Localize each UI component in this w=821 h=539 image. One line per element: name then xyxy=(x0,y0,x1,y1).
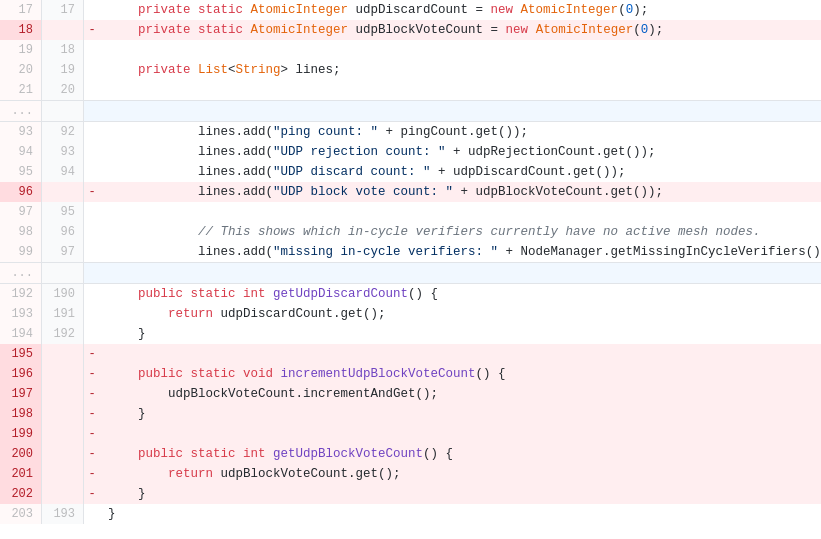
code-diff-view: 1717 private static AtomicInteger udpDis… xyxy=(0,0,821,539)
line-num-old: ... xyxy=(0,101,42,121)
code-line: 2120 xyxy=(0,80,821,100)
line-num-old: 94 xyxy=(0,142,42,162)
code-line: 2019 private List<String> lines; xyxy=(0,60,821,80)
line-num-old: 96 xyxy=(0,182,42,202)
token-plain: udpDiscardCount.get(); xyxy=(221,307,386,321)
token-plain: lines.add( xyxy=(108,185,273,199)
separator-content xyxy=(100,101,821,121)
code-line: 197- udpBlockVoteCount.incrementAndGet()… xyxy=(0,384,821,404)
token-plain: > lines; xyxy=(281,63,341,77)
code-line: 1918 xyxy=(0,40,821,60)
token-comment: // This shows which in-cycle verifiers c… xyxy=(108,225,761,239)
code-content: } xyxy=(100,484,821,504)
code-content: public static void incrementUdpBlockVote… xyxy=(100,364,821,384)
code-line: 9795 xyxy=(0,202,821,222)
diff-marker: - xyxy=(84,364,100,384)
code-line: 96- lines.add("UDP block vote count: " +… xyxy=(0,182,821,202)
line-num-old: 18 xyxy=(0,20,42,40)
code-content: lines.add("ping count: " + pingCount.get… xyxy=(100,122,821,142)
line-num-old: 196 xyxy=(0,364,42,384)
line-num-new: 193 xyxy=(42,504,84,524)
diff-marker xyxy=(84,304,100,324)
line-num-new xyxy=(42,20,84,40)
code-line: 9594 lines.add("UDP discard count: " + u… xyxy=(0,162,821,182)
diff-marker xyxy=(84,324,100,344)
line-num-new: 191 xyxy=(42,304,84,324)
token-method: getUdpDiscardCount xyxy=(273,287,408,301)
line-num-old: 98 xyxy=(0,222,42,242)
line-num-old: 21 xyxy=(0,80,42,100)
code-content xyxy=(100,80,821,100)
token-plain: () { xyxy=(423,447,453,461)
diff-marker xyxy=(84,122,100,142)
diff-marker xyxy=(84,162,100,182)
line-num-old: 197 xyxy=(0,384,42,404)
line-num-old: 198 xyxy=(0,404,42,424)
token-plain: ); xyxy=(633,3,648,17)
code-content: lines.add("UDP discard count: " + udpDis… xyxy=(100,162,821,182)
token-plain xyxy=(108,467,168,481)
code-line: 203193} xyxy=(0,504,821,524)
code-line: 196- public static void incrementUdpBloc… xyxy=(0,364,821,384)
token-str: "UDP discard count: " xyxy=(273,165,431,179)
code-content: } xyxy=(100,324,821,344)
line-num-old: 201 xyxy=(0,464,42,484)
diff-marker: - xyxy=(84,20,100,40)
token-kw: return xyxy=(168,307,221,321)
diff-marker xyxy=(84,222,100,242)
code-content: lines.add("missing in-cycle verifiers: "… xyxy=(100,242,821,262)
diff-marker xyxy=(84,60,100,80)
token-cls: AtomicInteger xyxy=(251,3,349,17)
token-plain: ( xyxy=(633,23,641,37)
token-kw: new xyxy=(506,23,536,37)
line-num-new xyxy=(42,101,84,121)
line-num-old: 17 xyxy=(0,0,42,20)
token-plain: udpBlockVoteCount.get(); xyxy=(221,467,401,481)
token-plain: lines.add( xyxy=(108,125,273,139)
code-line: 9997 lines.add("missing in-cycle verifie… xyxy=(0,242,821,262)
code-content: udpBlockVoteCount.incrementAndGet(); xyxy=(100,384,821,404)
code-line: 198- } xyxy=(0,404,821,424)
line-num-old: 199 xyxy=(0,424,42,444)
token-plain xyxy=(108,447,138,461)
token-plain: < xyxy=(228,63,236,77)
line-num-new: 97 xyxy=(42,242,84,262)
token-kw: private xyxy=(138,63,198,77)
token-plain xyxy=(108,63,138,77)
line-num-old: 194 xyxy=(0,324,42,344)
line-num-new: 19 xyxy=(42,60,84,80)
code-content: return udpDiscardCount.get(); xyxy=(100,304,821,324)
code-line: 9392 lines.add("ping count: " + pingCoun… xyxy=(0,122,821,142)
diff-marker xyxy=(84,80,100,100)
diff-marker: - xyxy=(84,424,100,444)
token-plain: lines.add( xyxy=(108,145,273,159)
code-line: 202- } xyxy=(0,484,821,504)
code-content xyxy=(100,344,821,364)
token-kw: return xyxy=(168,467,221,481)
code-line: ... xyxy=(0,100,821,122)
diff-marker: - xyxy=(84,484,100,504)
token-plain xyxy=(108,367,138,381)
token-plain: ( xyxy=(618,3,626,17)
line-num-new xyxy=(42,484,84,504)
line-num-new xyxy=(42,364,84,384)
code-line: 192190 public static int getUdpDiscardCo… xyxy=(0,284,821,304)
line-num-new: 192 xyxy=(42,324,84,344)
token-plain: + pingCount.get()); xyxy=(378,125,528,139)
diff-marker: - xyxy=(84,464,100,484)
token-kw: private static xyxy=(108,3,251,17)
line-num-new xyxy=(42,384,84,404)
token-plain: udpBlockVoteCount.incrementAndGet(); xyxy=(108,387,438,401)
diff-marker xyxy=(84,101,100,121)
line-num-new: 93 xyxy=(42,142,84,162)
code-content: // This shows which in-cycle verifiers c… xyxy=(100,222,821,242)
line-num-new: 18 xyxy=(42,40,84,60)
token-plain: udpBlockVoteCount = xyxy=(348,23,506,37)
token-cls: String xyxy=(236,63,281,77)
line-num-new: 20 xyxy=(42,80,84,100)
line-num-new xyxy=(42,404,84,424)
diff-marker: - xyxy=(84,182,100,202)
line-num-new xyxy=(42,424,84,444)
line-num-new xyxy=(42,344,84,364)
line-num-new: 92 xyxy=(42,122,84,142)
